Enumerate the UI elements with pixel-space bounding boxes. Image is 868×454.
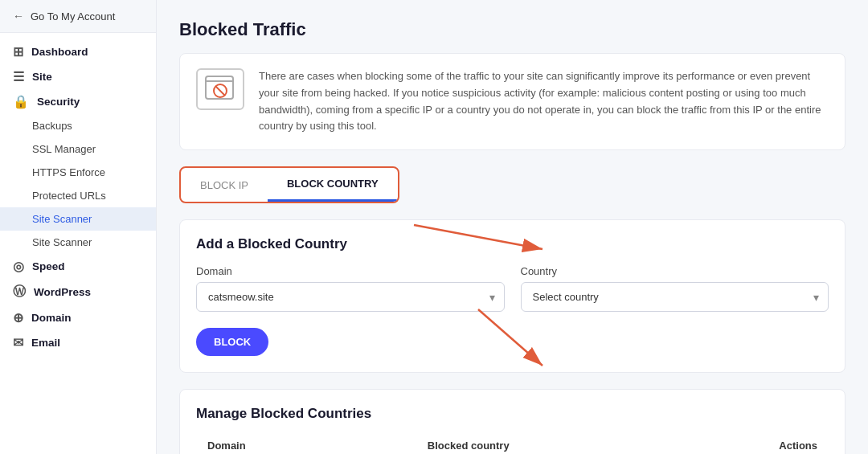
domain-select-wrapper: catsmeow.site ▾	[196, 282, 505, 312]
country-select[interactable]: Select country India United States Unite…	[521, 282, 829, 312]
arrow-left-icon: ←	[13, 10, 24, 22]
info-description: There are cases when blocking some of th…	[259, 68, 829, 135]
go-to-my-account-link[interactable]: ← Go To My Account	[0, 0, 156, 33]
tab-block-country[interactable]: BLOCK COUNTRY	[268, 168, 398, 202]
blocked-countries-table: Domain Blocked country Actions catsmeow.…	[196, 432, 829, 454]
sidebar-item-email[interactable]: ✉ Email	[0, 330, 156, 355]
add-form-row: Domain catsmeow.site ▾ Country Select co…	[196, 265, 829, 312]
country-form-group: Country Select country India United Stat…	[521, 265, 829, 312]
col-blocked-country: Blocked country	[416, 432, 677, 454]
sidebar-security-label: Security	[37, 96, 80, 108]
sidebar-item-ssl-manager[interactable]: SSL Manager	[0, 137, 156, 161]
shield-block-icon-box	[196, 68, 244, 110]
wordpress-icon: Ⓦ	[13, 284, 26, 301]
email-icon: ✉	[13, 335, 23, 350]
info-card: There are cases when blocking some of th…	[179, 53, 845, 150]
sidebar-item-speed[interactable]: ◎ Speed	[0, 254, 156, 279]
domain-label: Domain	[196, 265, 505, 277]
sidebar-item-protected-urls[interactable]: Protected URLs	[0, 184, 156, 207]
sidebar-item-blocked-traffic[interactable]: Site Scanner	[0, 207, 156, 231]
page-title: Blocked Traffic	[179, 19, 845, 40]
sidebar-item-domain[interactable]: ⊕ Domain	[0, 305, 156, 330]
tabs-container: BLOCK IP BLOCK COUNTRY	[179, 166, 399, 203]
table-header: Domain Blocked country Actions	[196, 432, 829, 454]
sidebar-item-site[interactable]: ☰ Site	[0, 64, 156, 89]
shield-block-icon	[204, 75, 236, 104]
country-label: Country	[521, 265, 829, 277]
sidebar-item-wordpress[interactable]: Ⓦ WordPress	[0, 279, 156, 305]
sidebar-item-dashboard[interactable]: ⊞ Dashboard	[0, 39, 156, 64]
sidebar-site-label: Site	[32, 71, 52, 83]
domain-icon: ⊕	[13, 310, 23, 325]
add-section-title: Add a Blocked Country	[196, 236, 829, 252]
col-domain: Domain	[196, 432, 416, 454]
dashboard-icon: ⊞	[13, 44, 23, 59]
blocked-traffic-label: Site Scanner	[32, 213, 92, 225]
col-actions: Actions	[677, 432, 829, 454]
country-select-wrapper: Select country India United States Unite…	[521, 282, 829, 312]
sidebar-dashboard-label: Dashboard	[31, 46, 88, 58]
domain-select[interactable]: catsmeow.site	[196, 282, 505, 312]
sidebar-item-site-scanner[interactable]: Site Scanner	[0, 231, 156, 254]
tab-block-ip[interactable]: BLOCK IP	[181, 168, 268, 202]
speed-icon: ◎	[13, 259, 24, 274]
add-blocked-country-card: Add a Blocked Country Domain catsmeow.si…	[179, 219, 845, 373]
sidebar-item-backups[interactable]: Backups	[0, 114, 156, 137]
sidebar-item-security[interactable]: 🔒 Security	[0, 89, 156, 114]
block-button[interactable]: BLOCK	[196, 328, 268, 356]
manage-section-title: Manage Blocked Countries	[196, 406, 829, 422]
manage-blocked-countries-card: Manage Blocked Countries Domain Blocked …	[179, 389, 845, 454]
svg-rect-0	[206, 76, 233, 99]
sidebar: ← Go To My Account ⊞ Dashboard ☰ Site 🔒 …	[0, 0, 157, 454]
domain-form-group: Domain catsmeow.site ▾	[196, 265, 505, 312]
sidebar-item-https-enforce[interactable]: HTTPS Enforce	[0, 161, 156, 184]
main-scroll-area: Blocked Traffic There are cases when blo…	[157, 0, 868, 454]
go-account-label: Go To My Account	[31, 10, 115, 22]
security-icon: 🔒	[13, 94, 29, 109]
main-content-wrapper: Blocked Traffic There are cases when blo…	[157, 0, 868, 454]
site-icon: ☰	[13, 69, 24, 84]
sidebar-nav: ⊞ Dashboard ☰ Site 🔒 Security Backups SS…	[0, 33, 156, 454]
svg-line-3	[215, 86, 225, 96]
